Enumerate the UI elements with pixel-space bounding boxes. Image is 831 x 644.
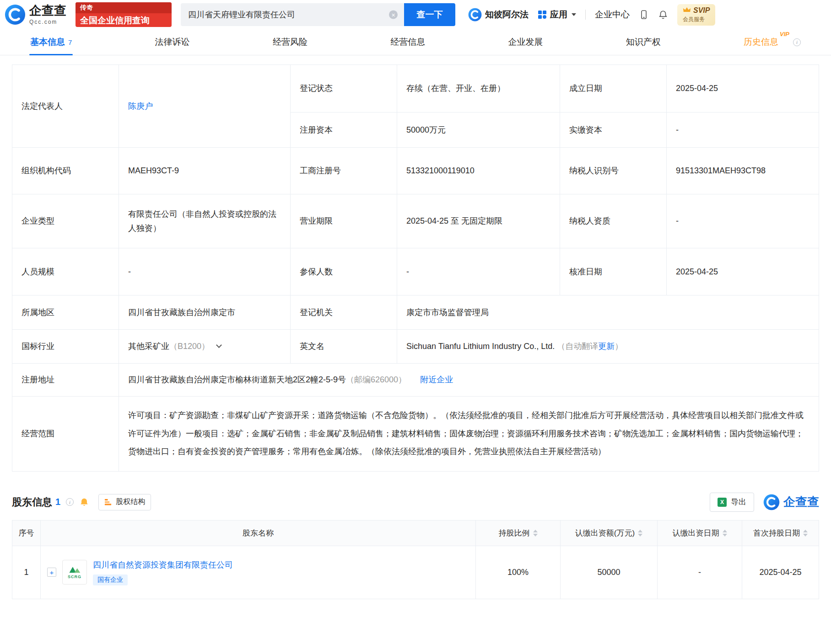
shareholders-count: 1 xyxy=(55,497,60,507)
header-divider xyxy=(585,10,586,20)
address-postcode: （邮编626000） xyxy=(346,375,406,384)
search-button[interactable]: 查一下 xyxy=(404,3,455,26)
equity-structure-label: 股权结构 xyxy=(116,497,145,507)
reg-authority-label: 登记机关 xyxy=(291,295,397,330)
tab-basic-info[interactable]: 基本信息 7 xyxy=(30,29,72,55)
crown-icon xyxy=(683,6,691,15)
taxpayer-qual-label: 纳税人资质 xyxy=(560,194,667,248)
address-value: 四川省甘孜藏族自治州康定市榆林街道新天地2区2幢2-5-9号（邮编626000）… xyxy=(119,364,819,397)
shareholders-bell-icon[interactable] xyxy=(79,497,89,507)
shareholder-name-cell: SCRG 四川省自然资源投资集团有限责任公司 国有企业 xyxy=(41,546,476,599)
promo-line1: 传奇 xyxy=(76,2,172,13)
nav-apps-label: 应用 xyxy=(550,9,567,21)
shareholder-ratio: 100% xyxy=(476,546,561,599)
promo-line2: 全国企业信用查询 xyxy=(76,13,172,27)
qcc-brand-icon xyxy=(763,494,780,510)
en-name-note: （自动翻译 xyxy=(557,342,598,351)
shareholder-name-link[interactable]: 四川省自然资源投资集团有限责任公司 xyxy=(93,559,233,570)
history-info-icon[interactable] xyxy=(793,38,801,46)
shareholder-logo-icon[interactable]: SCRG xyxy=(62,560,87,585)
en-name-update-link[interactable]: 更新 xyxy=(598,342,615,351)
tab-business-risk[interactable]: 经营风险 xyxy=(273,29,308,55)
reg-capital-label: 注册资本 xyxy=(291,113,397,148)
sort-icon[interactable] xyxy=(533,530,538,537)
col-date[interactable]: 认缴出资日期 xyxy=(658,520,742,546)
tab-basic-info-label: 基本信息 xyxy=(30,36,65,48)
equity-structure-button[interactable]: 股权结构 xyxy=(98,494,151,510)
nav-zhibi-label: 知彼阿尔法 xyxy=(485,9,529,21)
shareholder-index: 1 xyxy=(12,546,41,599)
shareholders-info-icon[interactable] xyxy=(66,498,74,506)
reg-authority-value: 康定市市场监督管理局 xyxy=(397,295,819,330)
reg-capital-value: 50000万元 xyxy=(397,113,560,148)
biz-reg-no-label: 工商注册号 xyxy=(291,148,397,194)
svip-title: SVIP xyxy=(693,6,710,15)
tab-legal-litigation-label: 法律诉讼 xyxy=(155,36,190,48)
promo-banner[interactable]: 传奇 全国企业信用查询 xyxy=(76,2,172,27)
address-text: 四川省甘孜藏族自治州康定市榆林街道新天地2区2幢2-5-9号 xyxy=(128,375,346,384)
tax-id-value: 91513301MAEH93CT98 xyxy=(667,148,819,194)
qcc-logo[interactable]: 企查查 Qcc.com xyxy=(5,4,66,25)
col-ratio[interactable]: 持股比例 xyxy=(476,520,561,546)
shareholders-title: 股东信息 xyxy=(12,495,52,509)
shareholder-date: - xyxy=(658,546,742,599)
taxpayer-qual-value: - xyxy=(667,194,819,248)
staff-size-value: - xyxy=(119,248,291,295)
tab-business-info[interactable]: 经营信息 xyxy=(390,29,425,55)
nav-enterprise-center-label: 企业中心 xyxy=(595,9,630,21)
tab-intellectual-property[interactable]: 知识产权 xyxy=(626,29,661,55)
tab-company-development[interactable]: 企业发展 xyxy=(508,29,543,55)
region-label: 所属地区 xyxy=(12,295,119,330)
legal-rep-label: 法定代表人 xyxy=(12,65,119,148)
nav-zhibi-alpha[interactable]: 知彼阿尔法 xyxy=(468,8,529,21)
industry-code: （B1200） xyxy=(169,342,210,351)
col-first-date-label: 首次持股日期 xyxy=(753,528,800,538)
est-date-label: 成立日期 xyxy=(560,65,667,113)
col-first-date[interactable]: 首次持股日期 xyxy=(742,520,819,546)
shareholder-logo-text: SCRG xyxy=(68,574,81,579)
caret-down-icon xyxy=(572,13,576,16)
sort-icon[interactable] xyxy=(723,530,727,537)
sort-icon[interactable] xyxy=(803,530,808,537)
phone-icon[interactable] xyxy=(639,10,649,20)
clear-icon[interactable] xyxy=(389,11,398,19)
logo-domain: Qcc.com xyxy=(29,19,66,25)
qcc-brand-mark[interactable]: 企查查 xyxy=(763,494,819,510)
col-name: 股东名称 xyxy=(41,520,476,546)
biz-term-value: 2025-04-25 至 无固定期限 xyxy=(397,194,560,248)
col-amount-label: 认缴出资额(万元) xyxy=(575,528,635,538)
company-type-label: 企业类型 xyxy=(12,194,119,248)
nav-enterprise-center[interactable]: 企业中心 xyxy=(595,9,630,21)
tab-intellectual-property-label: 知识产权 xyxy=(626,36,661,48)
en-name-text: Sichuan Tianfu Lithium Industry Co., Ltd… xyxy=(406,342,555,351)
company-type-value: 有限责任公司（非自然人投资或控股的法人独资） xyxy=(119,194,291,248)
search-bar: 查一下 xyxy=(181,3,455,26)
tab-history-info-label: 历史信息 xyxy=(744,37,778,47)
nav-apps[interactable]: 应用 xyxy=(538,9,576,21)
chevron-down-icon[interactable] xyxy=(216,342,222,348)
en-name-note-close: ） xyxy=(615,342,623,351)
svip-member-button[interactable]: SVIP 会员服务 xyxy=(677,4,715,26)
state-owned-tag: 国有企业 xyxy=(93,574,128,585)
export-button[interactable]: 导出 xyxy=(710,493,754,512)
region-value: 四川省甘孜藏族自治州康定市 xyxy=(119,295,291,330)
biz-term-label: 营业期限 xyxy=(291,194,397,248)
industry-label: 国标行业 xyxy=(12,330,119,364)
tab-history-info[interactable]: 历史信息 VIP xyxy=(744,29,801,55)
nearby-companies-link[interactable]: 附近企业 xyxy=(420,375,453,384)
legal-rep-cell: 陈庚户 xyxy=(119,65,291,148)
tab-legal-litigation[interactable]: 法律诉讼 xyxy=(155,29,190,55)
scope-label: 经营范围 xyxy=(12,397,119,472)
industry-value: 其他采矿业（B1200） xyxy=(119,330,291,364)
org-code-label: 组织机构代码 xyxy=(12,148,119,194)
paid-capital-label: 实缴资本 xyxy=(560,113,667,148)
legal-rep-link[interactable]: 陈庚户 xyxy=(128,102,153,111)
shareholders-header: 股东信息 1 股权结构 导出 xyxy=(12,493,819,512)
expand-plus-icon[interactable] xyxy=(47,568,56,577)
sort-icon[interactable] xyxy=(638,530,642,537)
search-input[interactable] xyxy=(181,3,404,26)
bell-icon[interactable] xyxy=(658,10,668,20)
staff-size-label: 人员规模 xyxy=(12,248,119,295)
col-amount[interactable]: 认缴出资额(万元) xyxy=(561,520,658,546)
zhibi-alpha-icon xyxy=(468,8,482,21)
